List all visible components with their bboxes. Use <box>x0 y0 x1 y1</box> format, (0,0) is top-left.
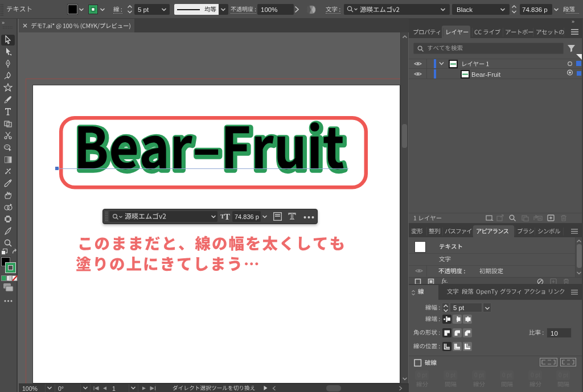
svg-text:T: T <box>224 212 230 221</box>
